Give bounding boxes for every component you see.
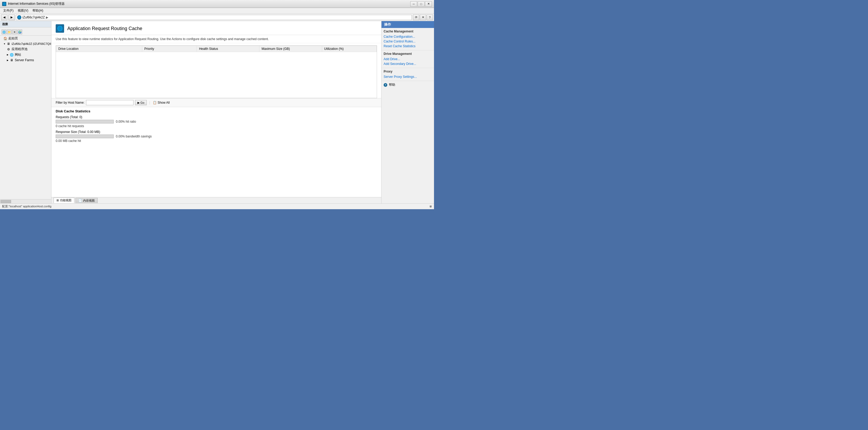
start-icon: 🏠: [3, 36, 7, 41]
filter-separator: |: [149, 101, 150, 104]
page-title: Application Request Routing Cache: [67, 26, 142, 31]
cache-management-title: Cache Management: [383, 30, 432, 33]
help-item[interactable]: ? 帮助: [381, 81, 434, 89]
forward-button[interactable]: ▶: [8, 14, 15, 20]
response-bar-container: 0.00% bandwidth savings: [56, 134, 377, 138]
requests-sub: 0 cache hit requests: [56, 124, 377, 128]
title-bar-buttons: ─ □ ✕: [410, 1, 432, 7]
actions-panel: 操作 Cache Management Cache Configuration.…: [381, 21, 434, 204]
content-area: 🌐 Application Request Routing Cache Use …: [52, 21, 381, 204]
go-label: Go: [141, 101, 144, 104]
menu-view[interactable]: 视图(V): [16, 8, 30, 13]
filter-bar: Filter by Host Name: ▶ Go | 📋 Show All: [52, 98, 381, 107]
address-icon: 🌐: [17, 15, 21, 20]
sites-expand-arrow: ▶: [6, 54, 9, 56]
sidebar-item-start[interactable]: 🏠 起始页: [0, 36, 51, 41]
page-description: Use this feature to view runtime statist…: [52, 35, 381, 43]
requests-label: Requests (Total: 0): [56, 115, 377, 119]
sidebar-tool-2[interactable]: 📁: [7, 30, 11, 34]
disk-stats-title: Disk Cache Statistics: [56, 109, 377, 113]
reset-cache-stats-link[interactable]: Reset Cache Statistics: [383, 44, 432, 49]
status-icon-1: 🖥: [429, 205, 432, 208]
cache-management-section: Cache Management Cache Configuration... …: [381, 28, 434, 51]
requests-percent: 0.00% hit ratio: [116, 120, 136, 123]
sidebar-item-serverfarms[interactable]: ▶ 🖥 Server Farms: [0, 58, 51, 63]
sidebar-tree: 🌐 📁 ✕ 🌍 🏠 起始页 ▼ 🖥 iZuf66c7qii4k2Z (IZUF6…: [0, 27, 51, 199]
drive-management-title: Drive Management: [383, 52, 432, 56]
response-bar: [56, 134, 114, 138]
sidebar: 连接 🌐 📁 ✕ 🌍 🏠 起始页 ▼ 🖥 iZuf66c7qii4k2Z (IZ…: [0, 21, 52, 204]
title-bar: 🌐 Internet Information Services (IIS)管理器…: [0, 0, 434, 8]
sidebar-item-serverfarms-label: Server Farms: [15, 58, 34, 62]
tab-feature-label: 功能视图: [60, 198, 71, 202]
requests-bar: [56, 120, 114, 123]
server-expand-arrow: ▼: [3, 42, 6, 45]
response-stat: Response Size (Total: 0.00 MB) 0.00% ban…: [56, 130, 377, 143]
menu-help[interactable]: 帮助(H): [30, 8, 45, 13]
actions-header: 操作: [381, 21, 434, 28]
back-button[interactable]: ◀: [1, 14, 7, 20]
add-drive-link[interactable]: Add Drive...: [383, 57, 432, 61]
sidebar-item-apppool-label: 应用程序池: [11, 47, 27, 52]
address-arrow: ▶: [46, 16, 48, 19]
response-percent: 0.00% bandwidth savings: [116, 134, 152, 138]
cache-config-link[interactable]: Cache Configuration...: [383, 34, 432, 39]
spacer: [52, 148, 381, 197]
sidebar-item-server[interactable]: ▼ 🖥 iZuf66c7qii4k2Z (IZUF66C7QII4K2Z\Adm: [0, 41, 51, 47]
sidebar-item-apppool[interactable]: ⚙ 应用程序池: [0, 47, 51, 52]
maximize-button[interactable]: □: [417, 1, 425, 7]
help-button[interactable]: ?: [427, 14, 433, 20]
sidebar-scrollbar[interactable]: [0, 199, 51, 204]
tab-feature-view[interactable]: ⊞ 功能视图: [54, 197, 74, 203]
status-bar: 配置:"localhost" applicationHost.config 🖥: [0, 204, 434, 209]
col-health-status: Health Status: [197, 46, 259, 52]
close-button[interactable]: ✕: [425, 1, 432, 7]
filter-label: Filter by Host Name:: [56, 101, 85, 104]
cache-control-rules-link[interactable]: Cache Control Rules...: [383, 39, 432, 44]
address-field[interactable]: 🌐 iZuf66c7qii4k2Z ▶: [16, 15, 412, 20]
sidebar-tool-1[interactable]: 🌐: [2, 30, 6, 34]
disk-cache-stats: Disk Cache Statistics Requests (Total: 0…: [52, 107, 381, 148]
menu-file[interactable]: 文件(F): [1, 8, 16, 13]
show-all-button[interactable]: 📋 Show All: [153, 101, 169, 104]
bottom-tabs: ⊞ 功能视图 📄 内容视图: [52, 197, 381, 204]
tab-content-view[interactable]: 📄 内容视图: [75, 198, 98, 203]
server-icon: 🖥: [6, 42, 10, 46]
address-bar: ◀ ▶ 🌐 iZuf66c7qii4k2Z ▶ ⟳ ✕ ?: [0, 14, 434, 21]
filter-input[interactable]: [86, 100, 133, 105]
show-all-icon: 📋: [153, 101, 157, 104]
server-proxy-settings-link[interactable]: Server Proxy Settings...: [383, 74, 432, 79]
col-priority: Priority: [142, 46, 196, 52]
minimize-button[interactable]: ─: [410, 1, 417, 7]
help-icon: ?: [383, 83, 387, 87]
add-secondary-drive-link[interactable]: Add Secondary Drive...: [383, 61, 432, 66]
tab-feature-icon: ⊞: [57, 198, 59, 202]
stop-button[interactable]: ✕: [420, 14, 426, 20]
address-text: iZuf66c7qii4k2Z: [23, 16, 45, 19]
refresh-button[interactable]: ⟳: [413, 14, 419, 20]
proxy-title: Proxy: [383, 70, 432, 73]
sidebar-item-sites-label: 网站: [15, 53, 21, 57]
go-button[interactable]: ▶ Go: [135, 100, 147, 105]
sidebar-tool-3[interactable]: ✕: [12, 30, 17, 34]
col-utilization: Utilization (%): [322, 46, 376, 52]
cache-table-container[interactable]: Drive Location Priority Health Status Ma…: [56, 45, 377, 98]
help-label: 帮助: [389, 83, 395, 87]
sidebar-item-server-label: iZuf66c7qii4k2Z (IZUF66C7QII4K2Z\Adm: [11, 42, 51, 45]
sidebar-item-sites[interactable]: ▶ 🌐 网站: [0, 52, 51, 58]
response-sub: 0.00 MB cache hit: [56, 139, 377, 143]
menu-bar: 文件(F) 视图(V) 帮助(H): [0, 8, 434, 14]
requests-stat: Requests (Total: 0) 0.00% hit ratio 0 ca…: [56, 115, 377, 128]
show-all-label: Show All: [157, 101, 169, 104]
page-icon: 🌐: [56, 24, 64, 33]
sidebar-scroll-thumb[interactable]: [1, 200, 11, 203]
sidebar-tool-4[interactable]: 🌍: [18, 30, 22, 34]
sites-icon: 🌐: [9, 53, 14, 57]
serverfarms-expand-arrow: ▶: [6, 59, 9, 61]
app-icon-symbol: 🌐: [3, 3, 6, 5]
requests-bar-container: 0.00% hit ratio: [56, 120, 377, 123]
status-icons: 🖥: [429, 205, 432, 208]
sidebar-title: 连接: [0, 21, 51, 27]
serverfarms-icon: 🖥: [9, 58, 14, 62]
col-drive-location: Drive Location: [56, 46, 142, 52]
